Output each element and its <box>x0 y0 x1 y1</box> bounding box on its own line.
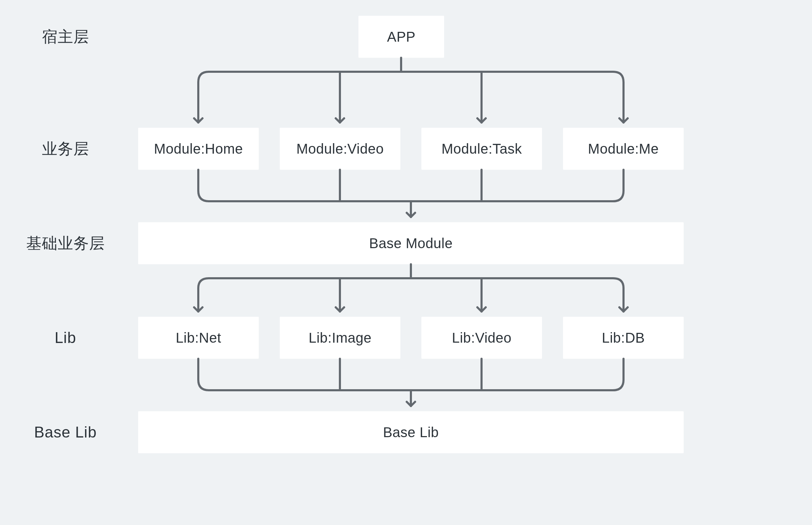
layer-label-host: 宿主层 <box>42 27 89 47</box>
layer-label-base-business: 基础业务层 <box>26 233 105 254</box>
layer-label-base-lib: Base Lib <box>34 424 97 441</box>
box-app: APP <box>358 16 444 58</box>
box-module-task: Module:Task <box>421 128 542 170</box>
box-base-module: Base Module <box>138 222 684 264</box>
box-base-lib: Base Lib <box>138 411 684 453</box>
box-lib-video: Lib:Video <box>421 317 542 359</box>
box-module-me: Module:Me <box>563 128 684 170</box>
box-module-home: Module:Home <box>138 128 259 170</box>
box-lib-net: Lib:Net <box>138 317 259 359</box>
box-lib-image: Lib:Image <box>280 317 400 359</box>
architecture-diagram: 宿主层 业务层 基础业务层 Lib Base Lib APP Module:Ho… <box>0 0 812 525</box>
box-lib-db: Lib:DB <box>563 317 684 359</box>
layer-label-lib: Lib <box>55 329 76 346</box>
box-module-video: Module:Video <box>280 128 400 170</box>
layer-label-business: 业务层 <box>42 139 89 159</box>
